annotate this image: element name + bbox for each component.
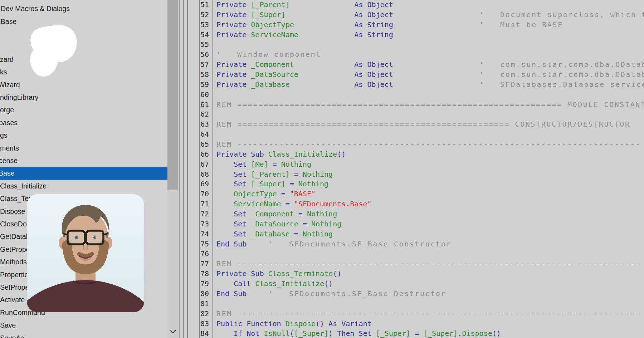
code-line-62[interactable] bbox=[214, 109, 644, 119]
code-line-60[interactable] bbox=[214, 90, 644, 100]
line-number-73: 73 bbox=[200, 219, 213, 229]
tree-scrollbar-down-button[interactable] bbox=[167, 326, 178, 338]
code-line-78[interactable]: Private Sub Class_Terminate() bbox=[214, 269, 644, 279]
line-number-67: 67 bbox=[200, 160, 213, 170]
code-line-79[interactable]: Call Class_Initialize() bbox=[214, 279, 644, 289]
code-line-67[interactable]: Set [Me] = Nothing bbox=[214, 160, 644, 170]
panel-splitter[interactable] bbox=[179, 0, 180, 338]
code-line-64[interactable] bbox=[214, 129, 644, 139]
line-number-62: 62 bbox=[200, 109, 213, 119]
line-number-82: 82 bbox=[200, 309, 213, 319]
tree-item-label: orge bbox=[0, 106, 14, 114]
line-number-76: 76 bbox=[200, 249, 213, 259]
tree-item-cense[interactable]: cense bbox=[0, 155, 167, 167]
code-line-71[interactable]: ServiceName = "SFDocuments.Base" bbox=[214, 199, 644, 209]
line-number-63: 63 bbox=[200, 119, 213, 129]
tree-item-label: Class_Initialize bbox=[0, 182, 47, 190]
code-line-55[interactable] bbox=[214, 40, 644, 50]
line-number-gutter[interactable]: 5152535455565758596061626364656667686970… bbox=[199, 0, 213, 338]
window-border-line bbox=[183, 0, 184, 338]
line-number-61: 61 bbox=[200, 100, 213, 110]
line-number-74: 74 bbox=[200, 229, 213, 239]
tree-item-label: Save bbox=[0, 321, 16, 329]
tree-item-row[interactable] bbox=[0, 28, 167, 40]
tree-item-label: bases bbox=[0, 119, 18, 127]
code-line-73[interactable]: Set _DataSource = Nothing bbox=[214, 219, 644, 229]
line-number-64: 64 bbox=[200, 129, 213, 139]
line-number-54: 54 bbox=[200, 30, 213, 40]
code-line-58[interactable]: Private _DataSource As Object ' com.sun.… bbox=[214, 70, 644, 80]
code-line-61[interactable]: REM ====================================… bbox=[214, 100, 644, 110]
tree-item-class-initialize[interactable]: Class_Initialize bbox=[0, 180, 167, 192]
line-number-70: 70 bbox=[200, 189, 213, 199]
tree-item-saveas[interactable]: SaveAs bbox=[0, 332, 167, 338]
tree-item-label: SaveAs bbox=[0, 334, 24, 338]
tree-item-label: gs bbox=[0, 131, 8, 139]
tree-item-ndinglibrary[interactable]: ndingLibrary bbox=[0, 91, 167, 104]
code-line-56[interactable]: ' Window component bbox=[214, 50, 644, 60]
tree-item-ments[interactable]: ments bbox=[0, 142, 167, 154]
code-line-69[interactable]: Set [_Super] = Nothing bbox=[214, 179, 644, 189]
line-number-77: 77 bbox=[200, 259, 213, 269]
line-number-55: 55 bbox=[200, 40, 213, 50]
tree-scrollbar[interactable] bbox=[167, 0, 178, 338]
code-line-52[interactable]: Private [_Super] As Object ' Document su… bbox=[214, 10, 644, 20]
line-number-57: 57 bbox=[200, 60, 213, 70]
line-number-51: 51 bbox=[200, 0, 213, 10]
tree-item-gs[interactable]: gs bbox=[0, 129, 167, 142]
code-editor[interactable]: 5152535455565758596061626364656667686970… bbox=[188, 0, 644, 338]
code-line-66[interactable]: Private Sub Class_Initialize() bbox=[214, 150, 644, 160]
line-number-52: 52 bbox=[200, 10, 213, 20]
code-line-81[interactable] bbox=[214, 299, 644, 309]
line-number-78: 78 bbox=[200, 269, 213, 279]
tree-item-label: Methods bbox=[0, 258, 27, 266]
code-line-57[interactable]: Private _Component As Object ' com.sun.s… bbox=[214, 60, 644, 70]
code-line-75[interactable]: End Sub ' SFDocuments.SF_Base Constructo… bbox=[214, 239, 644, 249]
line-number-75: 75 bbox=[200, 239, 213, 249]
tree-item-label: 2Base bbox=[0, 18, 16, 26]
code-line-54[interactable]: Private ServiceName As String bbox=[214, 30, 644, 40]
tree-item-wizard[interactable]: Wizard bbox=[0, 78, 167, 91]
tree-item-label: Activate bbox=[0, 296, 25, 304]
line-number-58: 58 bbox=[200, 70, 213, 80]
line-number-69: 69 bbox=[200, 179, 213, 189]
line-number-66: 66 bbox=[200, 150, 213, 160]
tree-item-2base[interactable]: 2Base bbox=[0, 15, 167, 28]
code-line-76[interactable] bbox=[214, 249, 644, 259]
tree-item-ks[interactable]: ks bbox=[0, 66, 167, 78]
code-line-83[interactable]: Public Function Dispose() As Variant bbox=[214, 319, 644, 329]
code-line-68[interactable]: Set [_Parent] = Nothing bbox=[214, 170, 644, 180]
line-number-65: 65 bbox=[200, 139, 213, 150]
tree-item-dev-macros-dialogs[interactable]: Dev Macros & Dialogs bbox=[0, 3, 167, 15]
tree-item-label: ks bbox=[0, 68, 7, 76]
tree-item-label: Dev Macros & Dialogs bbox=[1, 5, 70, 13]
code-line-59[interactable]: Private _Database As Object ' SFDatabase… bbox=[214, 80, 644, 90]
code-line-77[interactable]: REM ------------------------------------… bbox=[214, 259, 644, 269]
tree-item-zard[interactable]: zard bbox=[0, 53, 167, 66]
code-line-80[interactable]: End Sub ' SFDocuments.SF_Base Destructor bbox=[214, 289, 644, 299]
chevron-down-icon bbox=[169, 330, 176, 334]
code-text-area[interactable]: Private [_Parent] As ObjectPrivate [_Sup… bbox=[214, 0, 644, 338]
tree-item-bases[interactable]: bases bbox=[0, 117, 167, 129]
code-line-82[interactable]: REM ------------------------------------… bbox=[214, 309, 644, 319]
code-line-63[interactable]: REM ====================================… bbox=[214, 119, 644, 129]
code-line-51[interactable]: Private [_Parent] As Object bbox=[214, 0, 644, 10]
code-line-84[interactable]: If Not IsNull([_Super]) Then Set [_Super… bbox=[214, 329, 644, 338]
tree-item-base[interactable]: Base bbox=[0, 167, 167, 180]
code-line-74[interactable]: Set _Database = Nothing bbox=[214, 229, 644, 239]
code-line-65[interactable]: REM ------------------------------------… bbox=[214, 139, 644, 150]
tree-item-label: cense bbox=[0, 157, 18, 165]
line-number-53: 53 bbox=[200, 20, 213, 30]
tree-item-save[interactable]: Save bbox=[0, 319, 167, 332]
tree-scrollbar-thumb[interactable] bbox=[167, 0, 178, 190]
portrait-photo bbox=[27, 194, 144, 312]
line-number-81: 81 bbox=[200, 299, 213, 309]
tree-item-orge[interactable]: orge bbox=[0, 104, 167, 116]
code-line-72[interactable]: Set _Component = Nothing bbox=[214, 209, 644, 219]
line-number-84: 84 bbox=[200, 329, 213, 338]
line-number-68: 68 bbox=[200, 170, 213, 180]
code-line-53[interactable]: Private ObjectType As String ' Must be B… bbox=[214, 20, 644, 30]
tree-item-label: Dispose bbox=[0, 207, 25, 216]
code-line-70[interactable]: ObjectType = "BASE" bbox=[214, 189, 644, 199]
tree-item-row[interactable] bbox=[0, 40, 167, 53]
